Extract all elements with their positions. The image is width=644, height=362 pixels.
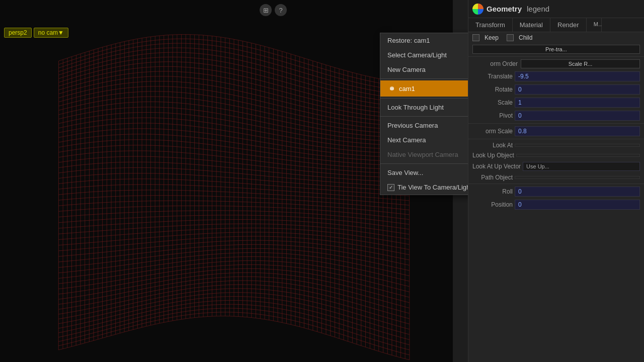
next-camera-label: Next Camera (387, 136, 426, 144)
rotate-value[interactable]: 0 (515, 84, 640, 95)
panel-title: Geometry (487, 5, 522, 13)
previous-camera-label: Previous Camera (387, 122, 438, 129)
divider-1 (468, 56, 644, 57)
path-object-label: Path Object (472, 174, 513, 181)
path-object-value[interactable] (515, 176, 640, 179)
menu-item-native-viewport: Native Viewport Camera (380, 147, 468, 162)
look-up-object-row: Look Up Object (468, 150, 644, 160)
panel-content: Keep Child Pre-tra... orm Order Scale R.… (468, 32, 644, 359)
save-view-label: Save View... (387, 169, 423, 176)
pivot-label: Pivot (472, 112, 513, 119)
scale-label: Scale (472, 99, 513, 106)
keep-label: Keep (485, 34, 499, 41)
svg-rect-1 (390, 87, 394, 90)
menu-item-cam1[interactable]: cam1 (380, 80, 468, 97)
menu-item-new-camera[interactable]: New Camera (380, 62, 468, 77)
menu-item-look-through-light[interactable]: Look Through Light ▶ (380, 100, 468, 115)
look-at-row: Look At (468, 140, 644, 150)
keep-checkbox[interactable] (472, 34, 479, 41)
keep-checkbox-row: Keep (472, 34, 499, 41)
panel-subtitle: legend (527, 5, 549, 13)
new-camera-label: New Camera (387, 66, 426, 73)
native-viewport-label: Native Viewport Camera (387, 151, 458, 158)
transform-order-label: orm Order (472, 60, 518, 67)
child-checkbox[interactable] (507, 34, 514, 41)
position-value[interactable]: 0 (515, 200, 640, 210)
position-label: Position (472, 201, 513, 208)
menu-item-save-view[interactable]: Save View... (380, 165, 468, 180)
path-object-row: Path Object (468, 172, 644, 183)
cam1-label: cam1 (399, 85, 415, 93)
menu-item-select-camera-light[interactable]: Select Camera/Light (380, 48, 468, 62)
scale-value[interactable]: 1 (515, 98, 640, 108)
transform-order-row: orm Order Scale R... (468, 58, 644, 70)
orm-scale-row: orm Scale 0.8 (468, 125, 644, 138)
help-icon[interactable]: ? (275, 4, 287, 16)
look-at-up-vector-row: Look At Up Vector Use Up... (468, 160, 644, 172)
transform-order-button[interactable]: Scale R... (521, 59, 640, 68)
pivot-value[interactable]: 0 (515, 111, 640, 121)
position-row: Position 0 (468, 198, 644, 211)
divider-4 (468, 184, 644, 184)
camera-dropdown-menu: Restore: cam1 [ Select Camera/Light New … (380, 33, 468, 195)
look-through-light-label: Look Through Light (387, 104, 444, 111)
right-panel: Geometry legend Transform Material Rende… (468, 0, 644, 362)
menu-item-restore-cam1[interactable]: Restore: cam1 [ (380, 33, 468, 48)
orm-scale-value[interactable]: 0.8 (515, 126, 640, 136)
persp-mode-button[interactable]: persp2 (4, 28, 32, 38)
look-at-up-vector-value[interactable]: Use Up... (523, 162, 640, 171)
roll-value[interactable]: 0 (515, 187, 640, 197)
viewport-area: ⊞ ? persp2 no cam▼ Restore: cam1 [ Selec… (0, 0, 468, 362)
camera-selector-button[interactable]: no cam▼ (34, 28, 68, 38)
separator-3 (380, 116, 468, 117)
roll-label: Roll (472, 188, 513, 195)
panel-tabs: Transform Material Render M... (468, 18, 644, 32)
translate-value[interactable]: -9.5 (515, 71, 640, 81)
look-up-object-label: Look Up Object (472, 152, 514, 159)
rotate-label: Rotate (472, 86, 513, 93)
child-checkbox-row: Child (507, 34, 532, 41)
viewport-top-icons: ⊞ ? (260, 4, 287, 16)
separator-1 (380, 78, 468, 79)
camera-svg-icon (389, 85, 395, 92)
select-camera-light-label: Select Camera/Light (387, 51, 447, 59)
tab-more[interactable]: M... (587, 18, 602, 32)
roll-row: Roll 0 (468, 185, 644, 198)
divider-2 (468, 123, 644, 124)
look-up-object-value[interactable] (516, 154, 640, 157)
separator-2 (380, 98, 468, 99)
restore-cam1-label: Restore: cam1 (387, 37, 430, 44)
pre-transform-button[interactable]: Pre-tra... (472, 45, 640, 54)
look-at-value[interactable] (515, 144, 640, 147)
menu-item-next-camera[interactable]: Next Camera (380, 133, 468, 147)
pivot-row: Pivot 0 (468, 109, 644, 122)
rotate-row: Rotate 0 (468, 83, 644, 96)
tie-view-label: Tie View To Camera/Light (397, 184, 468, 191)
translate-label: Translate (472, 73, 513, 80)
scale-row: Scale 1 (468, 96, 644, 109)
panel-header: Geometry legend (468, 0, 644, 18)
divider-3 (468, 139, 644, 139)
cam1-icon (387, 84, 396, 93)
grid-icon[interactable]: ⊞ (260, 4, 272, 16)
translate-row: Translate -9.5 (468, 70, 644, 83)
look-at-label: Look At (472, 142, 513, 149)
separator-4 (380, 163, 468, 164)
menu-item-previous-camera[interactable]: Previous Camera (380, 118, 468, 133)
panel-geometry-icon (472, 4, 484, 15)
orm-scale-label: orm Scale (472, 128, 513, 135)
tab-transform[interactable]: Transform (468, 18, 513, 32)
tab-material[interactable]: Material (513, 18, 550, 32)
look-at-up-vector-label: Look At Up Vector (472, 163, 521, 170)
tie-view-checkbox[interactable]: ✓ (387, 184, 394, 191)
pre-transform-row: Pre-tra... (468, 43, 644, 55)
checkbox-section: Keep Child (468, 32, 644, 43)
menu-item-tie-view[interactable]: ✓ Tie View To Camera/Light (380, 180, 468, 195)
child-label: Child (519, 34, 532, 41)
tab-render[interactable]: Render (550, 18, 587, 32)
